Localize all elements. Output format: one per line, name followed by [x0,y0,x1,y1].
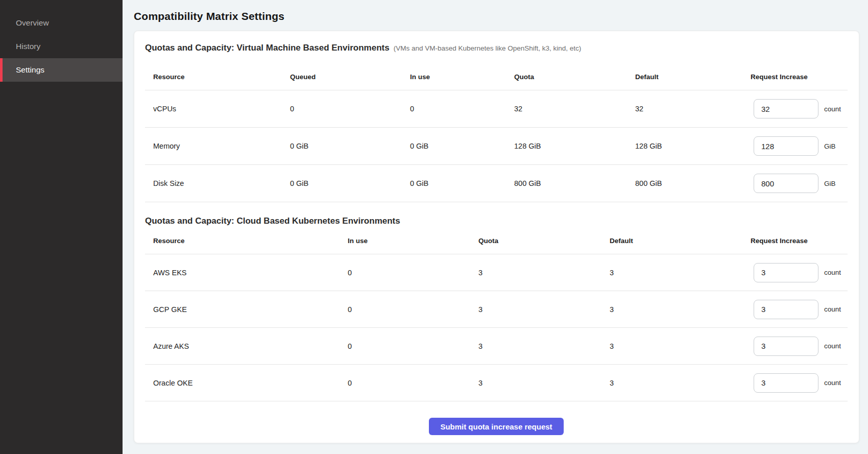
cell-quota: 800 GiB [514,179,635,187]
sidebar-item-overview[interactable]: Overview [0,11,123,35]
submit-row: Submit quota increase request [145,401,848,435]
cell-resource: Memory [145,142,290,150]
cell-quota: 128 GiB [514,142,635,150]
table-row-memory: Memory 0 GiB 0 GiB 128 GiB 128 GiB GiB [145,128,848,165]
cell-request-increase: GiB [751,136,848,156]
cell-in-use: 0 [348,342,478,350]
cell-in-use: 0 GiB [410,142,514,150]
column-header-request-increase: Request Increase [751,73,848,81]
vcpus-request-input[interactable] [754,99,818,118]
cloud-quota-table: Resource In use Quota Default Request In… [145,228,848,401]
azure-aks-request-input[interactable] [754,337,818,356]
unit-label: count [824,379,841,387]
vm-table-header: Resource Queued In use Quota Default Req… [145,63,848,90]
column-header-in-use: In use [348,237,478,245]
sidebar: Overview History Settings [0,0,123,454]
table-row-aws-eks: AWS EKS 0 3 3 count [145,254,848,291]
cell-in-use: 0 [410,105,514,113]
column-header-queued: Queued [290,73,410,81]
vm-section-heading: Quotas and Capacity: Virtual Machine Bas… [145,41,848,55]
cell-default: 3 [610,269,751,277]
cell-request-increase: count [751,337,848,356]
cell-resource: AWS EKS [145,269,348,277]
table-row-disk-size: Disk Size 0 GiB 0 GiB 800 GiB 800 GiB Gi… [145,165,848,202]
cell-queued: 0 GiB [290,142,410,150]
cell-default: 32 [635,105,751,113]
cell-resource: vCPUs [145,105,290,113]
cloud-table-header: Resource In use Quota Default Request In… [145,228,848,254]
unit-label: count [824,305,841,313]
column-header-request-increase: Request Increase [751,237,848,245]
cell-resource: Disk Size [145,179,290,187]
column-header-quota: Quota [478,237,610,245]
table-row-azure-aks: Azure AKS 0 3 3 count [145,328,848,365]
sidebar-item-label: Overview [16,18,49,28]
cell-request-increase: GiB [751,174,848,193]
cell-queued: 0 [290,105,410,113]
sidebar-item-history[interactable]: History [0,35,123,58]
cell-queued: 0 GiB [290,179,410,187]
column-header-in-use: In use [410,73,514,81]
cell-resource: GCP GKE [145,305,348,314]
column-header-quota: Quota [514,73,635,81]
sidebar-item-label: History [16,42,40,51]
unit-label: GiB [824,142,836,150]
table-row-oracle-oke: Oracle OKE 0 3 3 count [145,365,848,401]
column-header-default: Default [610,237,751,245]
cell-in-use: 0 [348,379,478,387]
table-row-gcp-gke: GCP GKE 0 3 3 count [145,291,848,328]
sidebar-item-settings[interactable]: Settings [0,58,123,82]
memory-request-input[interactable] [754,136,818,156]
table-row-vcpus: vCPUs 0 0 32 32 count [145,90,848,128]
oracle-oke-request-input[interactable] [754,373,818,393]
cell-in-use: 0 GiB [410,179,514,187]
vm-section-subtitle: (VMs and VM-based Kubernetes like OpenSh… [394,42,582,55]
cell-quota: 32 [514,105,635,113]
unit-label: count [824,342,841,350]
cell-quota: 3 [478,305,610,314]
gcp-gke-request-input[interactable] [754,300,818,319]
cell-default: 128 GiB [635,142,751,150]
main-content: Compatibility Matrix Settings Quotas and… [123,0,868,454]
cell-resource: Oracle OKE [145,379,348,387]
cell-default: 800 GiB [635,179,751,187]
sidebar-item-label: Settings [16,65,44,75]
aws-eks-request-input[interactable] [754,263,818,282]
cell-in-use: 0 [348,269,478,277]
column-header-resource: Resource [145,73,290,81]
unit-label: GiB [824,180,836,187]
unit-label: count [824,269,841,276]
cell-request-increase: count [751,300,848,319]
cell-default: 3 [610,379,751,387]
cell-quota: 3 [478,379,610,387]
vm-section-title: Quotas and Capacity: Virtual Machine Bas… [145,41,390,55]
cloud-section-title: Quotas and Capacity: Cloud Based Kuberne… [145,214,400,228]
active-indicator [0,58,3,82]
disk-size-request-input[interactable] [754,174,818,193]
submit-quota-increase-button[interactable]: Submit quota increase request [429,418,563,435]
cell-request-increase: count [751,263,848,282]
cell-in-use: 0 [348,305,478,314]
cell-request-increase: count [751,99,848,118]
cloud-section-heading: Quotas and Capacity: Cloud Based Kuberne… [145,214,848,228]
column-header-default: Default [635,73,751,81]
cell-quota: 3 [478,342,610,350]
cell-resource: Azure AKS [145,342,348,350]
column-header-resource: Resource [145,237,348,245]
cell-default: 3 [610,305,751,314]
quota-settings-card: Quotas and Capacity: Virtual Machine Bas… [134,31,859,443]
page-title: Compatibility Matrix Settings [134,10,859,22]
cell-quota: 3 [478,269,610,277]
unit-label: count [824,105,841,113]
vm-quota-table: Resource Queued In use Quota Default Req… [145,63,848,202]
cell-default: 3 [610,342,751,350]
cell-request-increase: count [751,373,848,393]
